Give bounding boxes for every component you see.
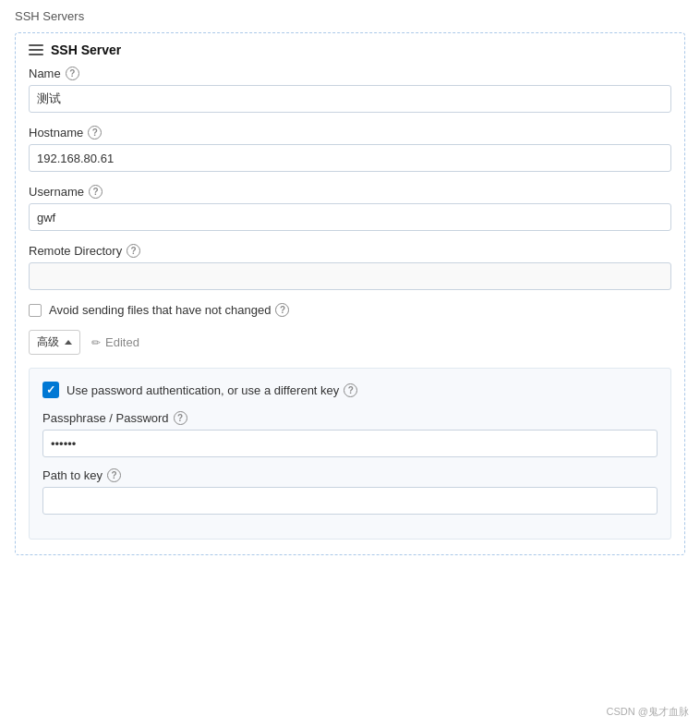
watermark: CSDN @鬼才血脉 — [607, 705, 689, 719]
hostname-input[interactable] — [29, 144, 671, 172]
name-input[interactable] — [29, 85, 671, 113]
path-to-key-label: Path to key ? — [42, 468, 658, 482]
use-password-checkbox[interactable] — [42, 382, 59, 398]
ssh-server-card: SSH Server Name ? Hostname ? — [15, 32, 685, 555]
avoid-sending-label: Avoid sending files that have not change… — [49, 303, 289, 317]
remote-directory-label: Remote Directory ? — [29, 244, 671, 258]
hostname-group: Hostname ? — [29, 126, 671, 172]
passphrase-input[interactable] — [42, 430, 658, 457]
remote-directory-group: Remote Directory ? — [29, 244, 671, 290]
passphrase-label: Passphrase / Password ? — [42, 411, 658, 425]
use-password-label-text: Use password authentication, or use a di… — [66, 383, 339, 397]
edited-label-container: ✏ Edited — [91, 335, 139, 349]
pencil-icon: ✏ — [91, 336, 101, 349]
name-help-icon[interactable]: ? — [66, 67, 79, 80]
use-password-label: Use password authentication, or use a di… — [66, 383, 357, 397]
passphrase-group: Passphrase / Password ? — [42, 411, 658, 457]
username-group: Username ? — [29, 185, 671, 231]
passphrase-help-icon[interactable]: ? — [174, 411, 187, 425]
username-label-text: Username — [29, 185, 84, 199]
passphrase-label-text: Passphrase / Password — [42, 411, 169, 425]
avoid-sending-label-text: Avoid sending files that have not change… — [49, 303, 271, 317]
remote-directory-input[interactable] — [29, 262, 671, 290]
path-to-key-label-text: Path to key — [42, 468, 103, 482]
username-help-icon[interactable]: ? — [89, 185, 103, 199]
avoid-sending-row: Avoid sending files that have not change… — [29, 303, 671, 317]
advanced-button[interactable]: 高级 — [29, 330, 80, 355]
hostname-help-icon[interactable]: ? — [88, 126, 102, 140]
name-group: Name ? — [29, 67, 671, 113]
hostname-label: Hostname ? — [29, 126, 671, 140]
hamburger-icon[interactable] — [29, 44, 43, 55]
remote-directory-help-icon[interactable]: ? — [127, 244, 140, 258]
section-title: SSH Servers — [15, 9, 685, 23]
use-password-row: Use password authentication, or use a di… — [42, 382, 658, 398]
name-label-text: Name — [29, 67, 61, 80]
path-to-key-input[interactable] — [42, 487, 658, 515]
avoid-sending-checkbox[interactable] — [29, 304, 42, 317]
username-label: Username ? — [29, 185, 671, 199]
path-to-key-group: Path to key ? — [42, 468, 658, 515]
use-password-help-icon[interactable]: ? — [344, 383, 357, 397]
card-header-title: SSH Server — [51, 42, 121, 57]
username-input[interactable] — [29, 203, 671, 231]
edited-text: Edited — [105, 335, 139, 349]
card-header: SSH Server — [16, 33, 684, 67]
advanced-section: Use password authentication, or use a di… — [29, 368, 671, 540]
advanced-button-label: 高级 — [37, 334, 59, 350]
hostname-label-text: Hostname — [29, 126, 83, 140]
remote-directory-label-text: Remote Directory — [29, 244, 122, 258]
form-body: Name ? Hostname ? Username ? — [16, 67, 684, 540]
advanced-row: 高级 ✏ Edited — [29, 330, 671, 355]
avoid-sending-help-icon[interactable]: ? — [275, 303, 289, 317]
chevron-up-icon — [65, 340, 72, 345]
path-to-key-help-icon[interactable]: ? — [107, 468, 121, 482]
name-label: Name ? — [29, 67, 671, 80]
